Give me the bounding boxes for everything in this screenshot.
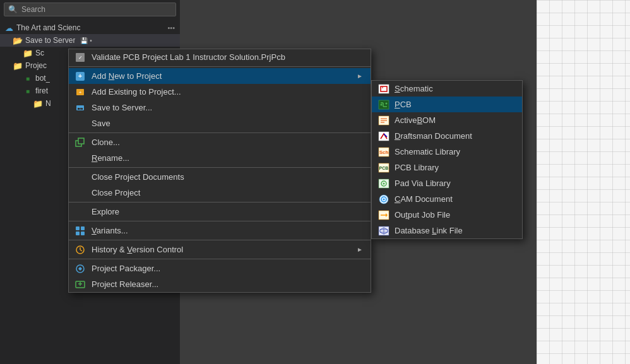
svg-text:S: S: [79, 107, 81, 110]
draftsman-label: Draftsman Document: [395, 131, 472, 141]
menu-item-close-docs[interactable]: Close Project Documents: [69, 169, 371, 185]
sch-library-icon: Sch: [377, 145, 391, 159]
activebom-label: ActiveBOM: [395, 115, 436, 125]
search-bar[interactable]: 🔍 Search: [4, 3, 176, 16]
rename-label: Rename...: [92, 153, 129, 163]
activebom-icon: [377, 114, 391, 127]
svg-rect-11: [76, 226, 80, 230]
menu-item-activebom[interactable]: ActiveBOM: [372, 112, 522, 128]
menu-item-packager[interactable]: Project Packager...: [69, 261, 371, 276]
clone-icon: [74, 136, 86, 149]
close-project-label: Close Project: [92, 188, 140, 197]
menu-item-sch-library[interactable]: Sch Schematic Library: [372, 144, 522, 160]
svg-point-42: [383, 182, 385, 184]
add-new-label: Add New to Project: [92, 71, 162, 81]
menu-item-history[interactable]: History & Version Control ►: [69, 242, 371, 257]
tree-label-save-server: Save to Server: [25, 36, 75, 45]
svg-text:+: +: [79, 90, 82, 95]
draftsman-accel: D: [395, 131, 400, 141]
menu-item-validate[interactable]: ✓ Validate PCB Project Lab 1 Instructor …: [69, 49, 371, 65]
tree-label-firet: firet: [35, 86, 48, 95]
tree-item-save-server[interactable]: 📂 Save to Server 💾 •: [0, 34, 180, 47]
pcb-icon: [377, 98, 391, 112]
close-docs-label: Close Project Documents: [92, 172, 184, 182]
output-job-icon: [377, 208, 391, 222]
bom-accel: B: [417, 115, 422, 125]
menu-item-pcb[interactable]: PCB: [372, 97, 522, 112]
folder-icon-projec: 📁: [13, 61, 23, 71]
explore-label: Explore: [92, 207, 119, 216]
separator-3: [69, 167, 371, 168]
save-label: Save: [92, 119, 110, 128]
menu-item-pcb-library[interactable]: PCB PCB Library: [372, 160, 522, 175]
menu-item-add-existing[interactable]: + Add Existing to Project...: [69, 84, 371, 100]
xls-icon-firet: ■: [23, 86, 33, 96]
clone-label: Clone...: [92, 138, 120, 147]
menu-item-save[interactable]: Save: [69, 115, 371, 131]
db-link-icon: [377, 224, 391, 238]
svg-line-17: [80, 250, 82, 251]
menu-item-db-link[interactable]: Database Link File: [372, 223, 522, 238]
menu-item-pad-via[interactable]: Pad Via Library: [372, 175, 522, 191]
tree-label-sc: Sc: [35, 49, 44, 57]
cam-accel: C: [395, 194, 400, 204]
menu-item-draftsman[interactable]: Draftsman Document: [372, 128, 522, 144]
schematic-label: Schematic: [395, 84, 433, 93]
svg-rect-10: [78, 138, 84, 144]
menu-item-schematic[interactable]: Schematic: [372, 81, 522, 97]
ellipsis-button[interactable]: •••: [166, 24, 176, 32]
cam-icon: [377, 192, 391, 206]
menu-item-save-server[interactable]: S Save to Server...: [69, 100, 371, 115]
submenu-arrow-add-new: ►: [357, 73, 363, 79]
primary-context-menu: ✓ Validate PCB Project Lab 1 Instructor …: [68, 49, 371, 293]
history-icon: [74, 244, 86, 256]
menu-item-output-job[interactable]: Output Job File: [372, 207, 522, 223]
menu-item-variants[interactable]: Variants...: [69, 223, 371, 238]
folder-icon-n: 📁: [33, 98, 43, 109]
svg-rect-12: [81, 226, 85, 230]
save-server-icons: 💾 •: [80, 37, 92, 44]
packager-icon: [74, 262, 86, 275]
pad-via-label: Pad Via Library: [395, 179, 451, 188]
cam-label: CAM Document: [395, 194, 453, 204]
menu-item-add-new[interactable]: + Add New to Project ►: [69, 68, 371, 84]
tree-item-cloud[interactable]: ☁ The Art and Scienc •••: [0, 21, 180, 34]
db-accel: L: [432, 226, 436, 235]
save-server-icon: S: [74, 102, 86, 114]
svg-rect-14: [81, 232, 85, 235]
submenu-arrow-history: ►: [357, 246, 363, 253]
menu-item-explore[interactable]: Explore: [69, 204, 371, 220]
history-label: History & Version Control: [92, 245, 183, 254]
pad-via-icon: [377, 177, 391, 191]
menu-item-clone[interactable]: Clone...: [69, 134, 371, 150]
cloud-icon: ☁: [4, 23, 14, 33]
add-new-accel: N: [109, 71, 114, 81]
tree-label-n: N: [45, 99, 51, 108]
svg-point-45: [383, 198, 385, 200]
tree-label-projec: Projec: [25, 61, 47, 70]
menu-item-cam[interactable]: CAM Document: [372, 191, 522, 207]
pcb-folder-icon: 📂: [13, 35, 23, 45]
output-accel: t: [405, 210, 408, 220]
sch-accel: S: [395, 84, 400, 93]
separator-7: [69, 259, 371, 259]
tree-label-bot: bot_: [35, 74, 50, 83]
separator-4: [69, 202, 371, 203]
svg-point-29: [381, 103, 383, 105]
menu-item-close-project[interactable]: Close Project: [69, 185, 371, 201]
search-label: Search: [21, 5, 45, 14]
secondary-context-menu: Schematic PCB ActiveBOM: [371, 80, 523, 239]
variants-icon: [74, 225, 86, 237]
save-server-label: Save to Server...: [92, 103, 152, 112]
menu-item-rename[interactable]: Rename...: [69, 150, 371, 166]
sch-library-label: Schematic Library: [395, 147, 460, 156]
svg-text:Sch: Sch: [379, 150, 389, 155]
menu-item-releaser[interactable]: Project Releaser...: [69, 276, 371, 292]
db-link-label: Database Link File: [395, 226, 463, 235]
validate-label: Validate PCB Project Lab 1 Instructor So…: [92, 52, 285, 62]
grid-background: [537, 0, 630, 364]
add-existing-label: Add Existing to Project...: [92, 87, 181, 97]
svg-rect-25: [379, 100, 389, 109]
tree-label-cloud: The Art and Scienc: [16, 23, 80, 32]
output-job-label: Output Job File: [395, 210, 450, 220]
